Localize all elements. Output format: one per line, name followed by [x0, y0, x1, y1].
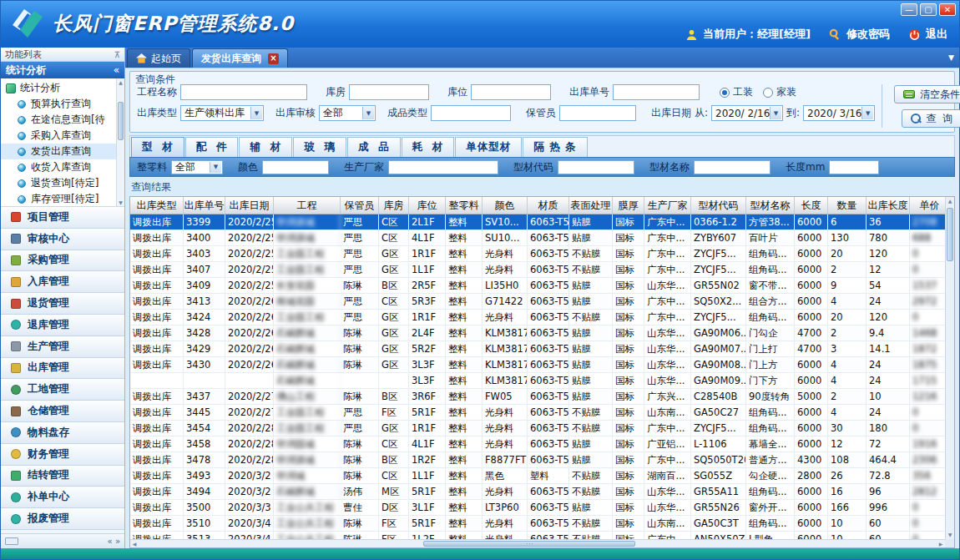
table-row[interactable]: 调拨出库35132020/3/4工业公共工程陈琳F区1L2F整料光身料6063-… — [130, 532, 945, 539]
warehouse-input[interactable] — [349, 84, 429, 100]
horizontal-scroll-thumb[interactable] — [423, 541, 635, 547]
tree-item[interactable]: 发货出库查询 — [1, 144, 124, 159]
material-tab[interactable]: 耗 材 — [402, 137, 455, 157]
column-header[interactable]: 型材名称 — [746, 197, 795, 214]
logout-link[interactable]: 退出 — [926, 27, 947, 42]
column-header[interactable]: 库房 — [379, 197, 409, 214]
table-row[interactable]: 调拨出库34942020/3/2石碣辉城汤伟M区5R1F整料光身料6063-T5… — [130, 484, 945, 500]
material-tab[interactable]: 玻 璃 — [293, 137, 346, 157]
sidebar-module[interactable]: 物料盘存 — [1, 422, 124, 444]
column-header[interactable]: 出库长度 — [867, 197, 910, 214]
sidebar-footer-arrows-icon[interactable]: « » — [108, 537, 120, 546]
radio-gongzhuang[interactable] — [720, 88, 730, 98]
search-button[interactable]: 查 询 — [902, 109, 960, 128]
product-type-input[interactable] — [431, 105, 511, 121]
table-row[interactable]: 调拨出库34002020/2/25华润源城严思C区4L1F整料SU10...60… — [130, 230, 945, 246]
material-tab[interactable]: 隔 热 条 — [523, 137, 587, 157]
profile-code-input[interactable] — [558, 160, 634, 174]
column-header[interactable]: 出库类型 — [130, 197, 184, 214]
scroll-down-icon[interactable]: ▼ — [946, 531, 954, 539]
material-tab[interactable]: 型 材 — [131, 137, 184, 157]
sidebar-module[interactable]: 仓储管理 — [1, 401, 124, 422]
horizontal-scrollbar[interactable]: ◀ ▶ — [130, 539, 945, 547]
outbound-type-select[interactable]: 生产领料出库 — [180, 105, 264, 121]
scroll-left-icon[interactable]: ◀ — [130, 540, 139, 547]
change-password-link[interactable]: 修改密码 — [846, 27, 890, 42]
tree-item[interactable]: 收货入库查询 — [1, 159, 124, 175]
table-row[interactable]: 调拨出库35002020/3/3工业公共工程曹佳D区3L1F整料LT3P6060… — [130, 500, 945, 516]
scroll-up-icon[interactable]: ▲ — [946, 197, 954, 205]
order-no-input[interactable] — [613, 84, 700, 100]
maker-input[interactable] — [388, 160, 498, 174]
table-row[interactable]: 调拨出库34282020/2/26石碣辉城陈琳G区2L4F整料KLM381760… — [130, 325, 945, 341]
table-row[interactable]: 调拨出库34242020/2/26工业园工程严思G区1R1F整料光身料6063-… — [130, 310, 945, 325]
column-header[interactable]: 库位 — [409, 197, 446, 214]
tree-root[interactable]: 统计分析 — [1, 80, 124, 96]
date-to-picker[interactable]: 2020/ 3/16 — [803, 105, 875, 121]
sidebar-panel-header[interactable]: 统计分析 « — [1, 62, 124, 78]
tree-item[interactable]: 在途信息查询[待 — [1, 112, 124, 128]
table-row[interactable]: 调拨出库34932020/3/2华润城陈琳C区1L1F整料黑色塑料不贴膜国标湖南… — [130, 468, 945, 484]
vertical-scroll-thumb[interactable] — [947, 208, 953, 261]
project-name-input[interactable] — [180, 84, 307, 100]
table-row[interactable]: 石碣辉城3L3F整料KLM38176063-T5贴膜国标山东华...GA90M0… — [130, 373, 945, 389]
table-row[interactable]: 调拨出库33992020/2/25华润源城严思C区2L1F整料SV10...60… — [130, 214, 945, 230]
sidebar-module[interactable]: 补单中心 — [1, 487, 124, 508]
clear-conditions-button[interactable]: 清空条件 — [894, 85, 960, 103]
tree-item[interactable]: 库存管理[待定] — [1, 191, 124, 207]
length-input[interactable] — [829, 160, 879, 174]
tree-item[interactable]: 采购入库查询 — [1, 128, 124, 144]
table-row[interactable]: 调拨出库34582020/2/28华润园城陈琳C区4L1F整料光身料6063-T… — [130, 436, 945, 452]
tab-shipment-outbound-query[interactable]: 发货出库查询 × — [192, 48, 288, 68]
location-input[interactable] — [471, 84, 551, 100]
table-row[interactable]: 调拨出库34032020/2/25工业园工程严思G区1R1F整料光身料6063-… — [130, 246, 945, 262]
scroll-up-icon[interactable]: ▲ — [117, 78, 124, 86]
column-header[interactable]: 颜色 — [483, 197, 528, 214]
tab-home[interactable]: 起始页 — [127, 48, 190, 68]
sidebar-module[interactable]: 财务管理 — [1, 444, 124, 466]
column-header[interactable]: 出库日期 — [225, 197, 274, 214]
outbound-audit-select[interactable]: 全部 — [319, 105, 376, 121]
column-header[interactable]: 型材代码 — [691, 197, 746, 214]
sidebar-module[interactable]: 报废管理 — [1, 508, 124, 530]
collapse-icon[interactable]: « — [114, 64, 119, 76]
column-header[interactable]: 材质 — [528, 197, 569, 214]
column-header[interactable]: 单价 — [910, 197, 945, 214]
sidebar-module[interactable]: 入库管理 — [1, 271, 124, 293]
profile-name-input[interactable] — [694, 160, 771, 174]
table-row[interactable]: 调拨出库34072020/2/25工业园工程严思G区1L1F整料光身料6063-… — [130, 262, 945, 278]
pin-icon[interactable]: ⊼ — [114, 50, 120, 59]
column-header[interactable]: 整零料 — [446, 197, 483, 214]
column-header[interactable]: 长度 — [795, 197, 828, 214]
sidebar-module[interactable]: 生产管理 — [1, 336, 124, 358]
material-tab[interactable]: 成 品 — [347, 137, 401, 157]
sidebar-module[interactable]: 退库管理 — [1, 315, 124, 336]
sidebar-module[interactable]: 审核中心 — [1, 229, 124, 250]
maximize-button[interactable]: ▢ — [920, 3, 937, 16]
radio-jiazhuang[interactable] — [763, 88, 773, 98]
color-input[interactable] — [262, 160, 329, 174]
tree-item[interactable]: 退货查询[待定] — [1, 175, 124, 191]
scroll-right-icon[interactable]: ▶ — [937, 540, 945, 547]
close-button[interactable]: ✕ — [939, 3, 956, 16]
table-row[interactable]: 调拨出库35102020/3/4工业公共工程陈琳F区5R1F整料光身料6063-… — [130, 516, 945, 532]
tree-scrollbar[interactable]: ▲ ▼ — [116, 78, 124, 206]
table-row[interactable]: 调拨出库34132020/2/26南城花园严思C区5R3F整料G71422606… — [130, 294, 945, 310]
table-row[interactable]: 调拨出库34302020/2/26石碣辉城陈琳G区3L3F整料KLM381760… — [130, 357, 945, 373]
sidebar-module[interactable]: 退货管理 — [1, 293, 124, 315]
column-header[interactable]: 膜厚 — [613, 197, 644, 214]
scroll-down-icon[interactable]: ▼ — [117, 199, 124, 206]
column-header[interactable]: 工程 — [274, 197, 341, 214]
material-tab[interactable]: 辅 材 — [239, 137, 292, 157]
date-from-picker[interactable]: 2020/ 2/16 — [711, 105, 783, 121]
column-header[interactable]: 数量 — [828, 197, 867, 214]
sidebar-module[interactable]: 项目管理 — [1, 207, 124, 229]
sidebar-module[interactable]: 采购管理 — [1, 250, 124, 272]
table-row[interactable]: 调拨出库34452020/2/27工业园工程严思F区5R1F整料光身料6063-… — [130, 405, 945, 421]
tab-overflow-caret-icon[interactable]: ▼ — [948, 53, 954, 62]
keyboard-icon[interactable] — [5, 537, 18, 545]
sidebar-module[interactable]: 出库管理 — [1, 358, 124, 380]
tab-close-icon[interactable]: × — [268, 53, 279, 64]
table-row[interactable]: 调拨出库34782020/2/28华润源城陈琳B区1R2F整料F8877FT60… — [130, 452, 945, 468]
tree-item[interactable]: 预算执行查询 — [1, 96, 124, 112]
